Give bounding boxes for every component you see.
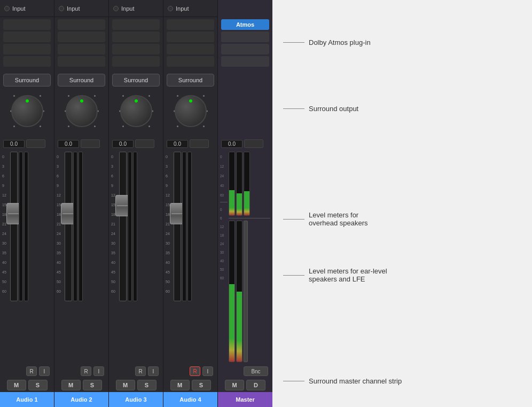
plugin-slot-3[interactable]	[58, 44, 105, 54]
input-monitor-button-audio3[interactable]: I	[148, 366, 159, 376]
annotation-text-surround: Surround output	[309, 105, 358, 113]
annotation-text-overhead-1: Level meters for	[309, 211, 368, 219]
atmos-plugin-slot[interactable]: Atmos	[221, 19, 269, 30]
plugin-slot-4[interactable]	[58, 56, 105, 67]
solo-button-audio1[interactable]: S	[28, 380, 48, 390]
annotation-ear-level: Level meters for ear-level speakers and …	[283, 267, 387, 283]
master-ear-meters	[229, 221, 270, 362]
plugin-slot-2[interactable]	[3, 32, 51, 42]
pan-value-audio2[interactable]: 0.0	[58, 140, 79, 148]
master-overhead-meter-1	[229, 152, 235, 216]
input-label-audio2: Input	[67, 5, 80, 12]
input-monitor-button-audio4[interactable]: I	[202, 366, 213, 376]
fader-value-master[interactable]: 0.0	[221, 140, 242, 148]
solo-button-audio4[interactable]: S	[192, 380, 211, 390]
pan-section-audio4	[163, 90, 217, 138]
pan-knob-audio1[interactable]	[9, 93, 45, 129]
pan-section-audio2	[54, 90, 108, 138]
pan-section-audio3	[109, 90, 163, 138]
annotation-text-overhead-2: overhead speakers	[309, 219, 368, 227]
input-led-audio1	[4, 6, 10, 11]
fader-track-audio3[interactable]	[119, 152, 127, 301]
plugin-slot-2[interactable]	[58, 32, 105, 42]
plugin-slot-master-2[interactable]	[221, 32, 269, 42]
dim-button-master[interactable]: D	[246, 380, 265, 390]
annotation-line-master	[283, 381, 304, 381]
level-meter-audio1	[19, 152, 23, 301]
master-fader-bar[interactable]	[244, 221, 248, 362]
surround-button-audio2[interactable]: Surround	[58, 74, 105, 87]
solo-button-audio3[interactable]: S	[137, 380, 157, 390]
dot-br	[40, 126, 41, 127]
mute-button-audio3[interactable]: M	[116, 380, 135, 390]
fader-track-audio1[interactable]	[10, 152, 18, 301]
surround-button-audio1[interactable]: Surround	[3, 74, 51, 87]
input-section-audio4: Input	[163, 0, 217, 17]
record-button-audio4[interactable]: R	[190, 366, 200, 376]
mute-button-master[interactable]: M	[225, 380, 244, 390]
mute-button-audio1[interactable]: M	[7, 380, 26, 390]
annotation-line-surround	[283, 108, 304, 109]
input-label-audio4: Input	[176, 5, 189, 12]
channel-strip-master: Atmos 0.0 0 12 24 40	[218, 0, 272, 407]
plugin-slot-1[interactable]	[58, 19, 105, 30]
pan-knob-outer	[175, 95, 207, 127]
input-section-audio2: Input	[54, 0, 108, 17]
pan-value-audio1[interactable]: 0.0	[3, 140, 25, 148]
surround-button-audio4[interactable]: Surround	[167, 74, 214, 87]
level-meter2-audio3	[133, 152, 137, 301]
annotation-text-dolby: Dolby Atmos plug-in	[309, 38, 371, 46]
plugin-slot-4[interactable]	[3, 56, 51, 67]
record-button-audio1[interactable]: R	[26, 366, 37, 376]
solo-button-audio2[interactable]: S	[83, 380, 102, 390]
input-monitor-button-audio1[interactable]: I	[39, 366, 50, 376]
scale-12: 12	[2, 190, 9, 200]
channel-strip-audio4: Input Surround	[163, 0, 218, 407]
scale-40: 40	[2, 257, 9, 267]
scale-35: 35	[2, 248, 9, 257]
input-label-audio1: Input	[12, 5, 25, 12]
scale-45: 45	[2, 267, 9, 277]
value-section-audio1: 0.0	[0, 138, 54, 150]
fader-section-audio4: 0 3 6 9 12 15 18 21 24 30 35 40 45 50 60	[163, 150, 217, 364]
mute-button-audio4[interactable]: M	[170, 380, 190, 390]
level-meter2-audio2	[79, 152, 83, 301]
ri-section-audio1: R I	[0, 364, 54, 378]
plugin-slot-master-4[interactable]	[221, 56, 269, 67]
surround-button-audio3[interactable]: Surround	[112, 74, 160, 87]
pan-knob-audio2[interactable]	[64, 93, 100, 129]
pan-knob-indicator	[135, 99, 138, 103]
channel-name-audio4: Audio 4	[163, 392, 217, 407]
pan-knob-indicator	[26, 99, 29, 103]
fader-track-audio4[interactable]	[174, 152, 181, 301]
scale-labels-audio3: 0 3 6 9 12 15 18 21 24 30 35 40 45 50 60	[111, 152, 118, 362]
pan-value-extra-audio2	[81, 139, 100, 148]
pan-value-extra-audio1	[26, 139, 45, 148]
bounce-button-master[interactable]: Bnc	[244, 366, 268, 376]
mixer-area: Input Surround	[0, 0, 272, 407]
scale-3: 3	[2, 161, 9, 171]
record-button-audio3[interactable]: R	[135, 366, 146, 376]
ms-section-audio3: M S	[109, 378, 163, 392]
record-button-audio2[interactable]: R	[81, 366, 91, 376]
fader-section-audio1: 0 3 6 9 12 15 18 21 24 30 35 40 45 50 60	[0, 150, 54, 364]
pan-value-audio4[interactable]: 0.0	[167, 140, 188, 148]
master-overhead-meters	[229, 152, 270, 216]
surround-section-audio1: Surround	[0, 71, 54, 90]
input-monitor-button-audio2[interactable]: I	[93, 366, 104, 376]
pan-knob-outer	[11, 95, 43, 127]
annotations-panel: Dolby Atmos plug-in Surround output Leve…	[272, 0, 532, 407]
pan-value-audio3[interactable]: 0.0	[112, 140, 134, 148]
fader-track-audio2[interactable]	[65, 152, 72, 301]
pan-knob-audio3[interactable]	[118, 93, 154, 129]
plugin-slot-master-3[interactable]	[221, 44, 269, 54]
master-overhead-meter-3	[244, 152, 250, 216]
mute-button-audio2[interactable]: M	[61, 380, 81, 390]
pan-knob-outer	[120, 95, 152, 127]
plugin-slot-1[interactable]	[3, 19, 51, 30]
scale-labels-audio1: 0 3 6 9 12 15 18 21 24 30 35 40 45 50 60	[2, 152, 9, 362]
channel-strip-audio3: Input Surround	[109, 0, 163, 407]
annotation-line-dolby	[283, 42, 304, 43]
pan-knob-audio4[interactable]	[173, 93, 209, 129]
plugin-slot-3[interactable]	[3, 44, 51, 54]
